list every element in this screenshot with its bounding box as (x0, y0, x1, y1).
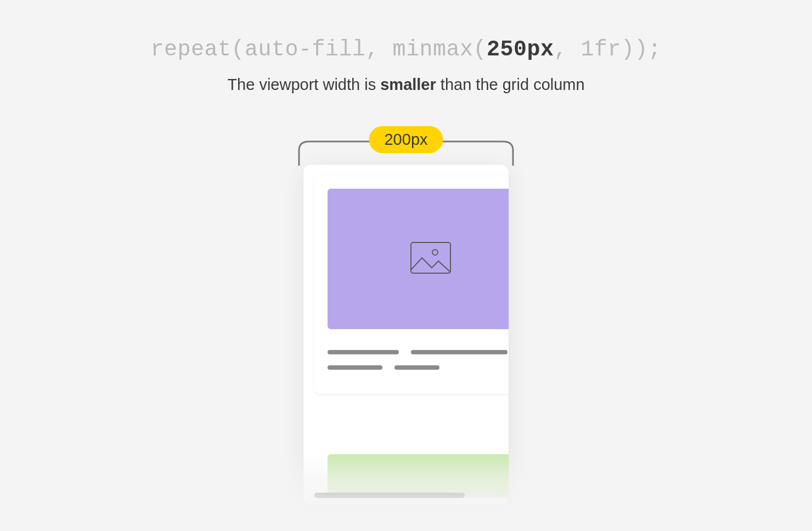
scrollbar-thumb[interactable] (314, 493, 465, 498)
image-icon (410, 241, 452, 276)
text-bar (328, 365, 382, 370)
width-badge: 200px (369, 126, 443, 153)
text-line-2 (328, 365, 509, 370)
caption-text: The viewport width is smaller than the g… (227, 76, 584, 94)
mobile-viewport (303, 165, 509, 505)
text-bar (328, 350, 399, 354)
code-snippet: repeat(auto-fill, minmax(250px, 1fr)); (150, 37, 661, 62)
width-badge-label: 200px (384, 131, 427, 148)
caption-post: than the grid column (436, 76, 585, 93)
svg-rect-0 (411, 242, 450, 273)
card-body (314, 329, 509, 394)
device-mockup: 200px (297, 138, 515, 531)
card-image-placeholder (328, 189, 509, 329)
grid-card (314, 176, 509, 394)
text-bar (394, 365, 439, 370)
svg-point-1 (432, 250, 438, 255)
caption-pre: The viewport width is (227, 76, 380, 93)
horizontal-scrollbar[interactable] (314, 493, 498, 498)
code-highlight: 250px (487, 37, 554, 62)
code-post: , 1fr)); (554, 37, 662, 62)
text-line-1 (328, 350, 509, 354)
text-bar (411, 350, 507, 354)
grid-card-2-peek (328, 454, 509, 498)
code-pre: repeat(auto-fill, minmax( (150, 37, 487, 62)
caption-bold: smaller (380, 76, 436, 93)
